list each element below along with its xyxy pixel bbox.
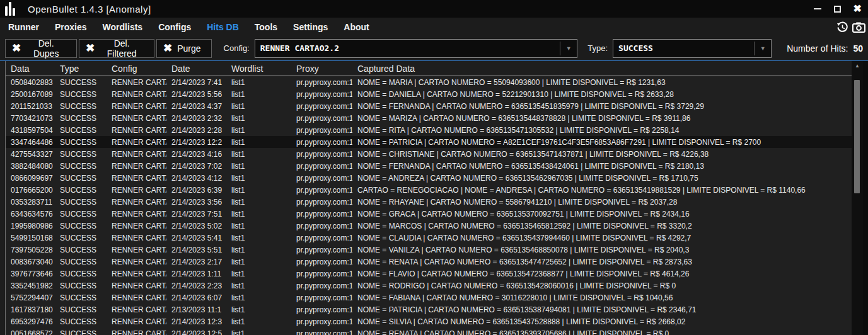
table-row[interactable]: 0508402883SUCCESSRENNER CARTAC2/14/2023 … xyxy=(6,76,852,88)
cell-date: 2/14/2023 5:41 xyxy=(166,234,226,242)
table-row[interactable]: 2011521033SUCCESSRENNER CARTAC2/14/2023 … xyxy=(6,100,852,112)
cell-captured: NOME = MARIZA | CARTAO NUMERO = 63651354… xyxy=(352,114,852,123)
cell-data: 5499150168 xyxy=(6,234,55,242)
menu-item-tools[interactable]: Tools xyxy=(255,22,277,32)
table-row[interactable]: 4275543327SUCCESSRENNER CARTAC2/14/2023 … xyxy=(6,148,852,160)
table-row[interactable]: 5752294407SUCCESSRENNER CARTAC2/14/2023 … xyxy=(6,292,852,304)
column-header-data[interactable]: Data xyxy=(6,64,55,74)
table-row[interactable]: 0866099697SUCCESSRENNER CARTAC2/14/2023 … xyxy=(6,172,852,184)
cell-data: 7703421073 xyxy=(6,114,55,123)
cell-captured: NOME = PATRICIA | CARTAO NUMERO = 636513… xyxy=(352,305,852,314)
history-icon[interactable] xyxy=(836,21,848,33)
menu-item-settings[interactable]: Settings xyxy=(293,22,328,32)
cell-wordlist: list1 xyxy=(226,126,291,135)
cell-data: 7397505228 xyxy=(6,246,55,254)
cell-config: RENNER CARTAC xyxy=(107,293,166,302)
vertical-scrollbar[interactable]: ▲ xyxy=(852,61,863,335)
cell-proxy: pr.pyproxy.com:1 xyxy=(291,293,352,302)
table-row[interactable]: 3352451982SUCCESSRENNER CARTAC2/14/2023 … xyxy=(6,280,852,292)
column-header-date[interactable]: Date xyxy=(166,64,226,74)
table-row[interactable]: 3976773646SUCCESSRENNER CARTAC2/14/2023 … xyxy=(6,268,852,280)
cell-data: 2011521033 xyxy=(6,102,55,111)
table-row[interactable]: 0176665200SUCCESSRENNER CARTAC2/14/2023 … xyxy=(6,184,852,196)
close-icon[interactable]: ✖ xyxy=(854,4,862,14)
cell-type: SUCCESS xyxy=(55,222,107,230)
cell-config: RENNER CARTAC xyxy=(107,281,166,290)
cell-config: RENNER CARTAC xyxy=(107,234,166,242)
table-row[interactable]: 0353283711SUCCESSRENNER CARTAC2/14/2023 … xyxy=(6,196,852,208)
cell-captured: NOME = RENATA | CARTAO NUMERO = 63651354… xyxy=(352,258,852,266)
cell-config: RENNER CARTAC xyxy=(107,78,166,87)
table-row[interactable]: 7703421073SUCCESSRENNER CARTAC2/14/2023 … xyxy=(6,112,852,124)
menu-item-configs[interactable]: Configs xyxy=(158,22,191,32)
cell-config: RENNER CARTAC xyxy=(107,210,166,219)
number-of-hits: Number of Hits:50 xyxy=(787,43,863,54)
table-row[interactable]: 4318597504SUCCESSRENNER CARTAC2/14/2023 … xyxy=(6,124,852,136)
menu-item-wordlists[interactable]: Wordlists xyxy=(103,22,143,32)
cell-date: 2/14/2023 12:3 xyxy=(166,317,226,326)
type-dropdown[interactable]: SUCCESS ▼ xyxy=(613,39,772,58)
minimize-icon[interactable] xyxy=(814,8,821,9)
cell-data: 4275543327 xyxy=(6,150,55,159)
cell-wordlist: list1 xyxy=(226,138,291,147)
table-row[interactable]: 2500167089SUCCESSRENNER CARTAC2/14/2023 … xyxy=(6,88,852,100)
cell-proxy: pr.pyproxy.com:1 xyxy=(291,78,352,87)
menu-item-about[interactable]: About xyxy=(344,22,369,32)
cell-captured: NOME = FERNANDA | CARTAO NUMERO = 636513… xyxy=(352,102,852,111)
cell-proxy: pr.pyproxy.com:1 xyxy=(291,138,352,147)
cell-wordlist: list1 xyxy=(226,246,291,254)
menu-item-hits-db[interactable]: Hits DB xyxy=(207,22,239,32)
table-row[interactable]: 6343634576SUCCESSRENNER CARTAC2/14/2023 … xyxy=(6,208,852,220)
screenshot-icon[interactable] xyxy=(852,21,865,33)
x-icon: ✖ xyxy=(86,43,95,54)
cell-data: 4318597504 xyxy=(6,126,55,135)
cell-date: 2/14/2023 5:51 xyxy=(166,246,226,254)
cell-captured: NOME = SILVIA | CARTAO NUMERO = 63651354… xyxy=(352,317,852,326)
cell-config: RENNER CARTAC xyxy=(107,138,166,147)
table-row[interactable]: 1995980986SUCCESSRENNER CARTAC2/14/2023 … xyxy=(6,220,852,232)
table-row[interactable]: 3347464486SUCCESSRENNER CARTAC2/14/2023 … xyxy=(6,136,852,148)
cell-type: SUCCESS xyxy=(55,126,107,135)
cell-wordlist: list1 xyxy=(226,174,291,183)
table-row[interactable]: 5499150168SUCCESSRENNER CARTAC2/14/2023 … xyxy=(6,232,852,244)
cell-wordlist: list1 xyxy=(226,90,291,99)
cell-date: 2/14/2023 2:17 xyxy=(166,258,226,266)
table-row[interactable]: 0051668572SUCCESSRENNER CARTAC2/14/2023 … xyxy=(6,327,852,335)
column-header-config[interactable]: Config xyxy=(107,64,166,74)
scroll-up-icon[interactable]: ▲ xyxy=(852,63,863,69)
cell-captured: NOME = PATRICIA | CARTAO NUMERO = A82E1C… xyxy=(352,138,852,147)
cell-captured: NOME = RHAYANE | CARTAO NUMERO = 5586794… xyxy=(352,198,852,207)
cell-date: 2/14/2023 2:23 xyxy=(166,281,226,290)
maximize-icon[interactable] xyxy=(834,6,841,13)
column-header-proxy[interactable]: Proxy xyxy=(291,64,352,74)
cell-wordlist: list1 xyxy=(226,114,291,123)
cell-config: RENNER CARTAC xyxy=(107,90,166,99)
chevron-down-icon[interactable]: ▼ xyxy=(755,45,771,52)
config-dropdown[interactable]: RENNER CARTAO2.2 ▼ xyxy=(255,39,578,58)
config-label: Config: xyxy=(224,43,250,53)
column-header-type[interactable]: Type xyxy=(55,64,107,74)
table-row[interactable]: 3882484080SUCCESSRENNER CARTAC2/14/2023 … xyxy=(6,160,852,172)
number-of-hits-label: Number of Hits: xyxy=(787,43,848,54)
menu-item-runner[interactable]: Runner xyxy=(8,22,39,32)
table-row[interactable]: 7397505228SUCCESSRENNER CARTAC2/14/2023 … xyxy=(6,244,852,256)
column-header-wordlist[interactable]: Wordlist xyxy=(226,64,291,74)
column-header-captured[interactable]: Captured Data xyxy=(352,64,852,74)
cell-data: 2500167089 xyxy=(6,90,55,99)
purge-button[interactable]: ✖ Purge xyxy=(156,39,212,58)
cell-proxy: pr.pyproxy.com:1 xyxy=(291,305,352,314)
cell-date: 2/14/2023 4:16 xyxy=(166,150,226,159)
table-row[interactable]: 1617837180SUCCESSRENNER CARTAC2/13/2023 … xyxy=(6,304,852,315)
menu-item-proxies[interactable]: Proxies xyxy=(55,22,87,32)
table-row[interactable]: 6953297476SUCCESSRENNER CARTAC2/14/2023 … xyxy=(6,315,852,327)
delete-dupes-button[interactable]: ✖ Del. Dupes xyxy=(5,39,77,58)
delete-filtered-button[interactable]: ✖ Del. Filtered xyxy=(79,39,154,58)
cell-config: RENNER CARTAC xyxy=(107,305,166,314)
table-row[interactable]: 0083673040SUCCESSRENNER CARTAC2/14/2023 … xyxy=(6,256,852,268)
cell-wordlist: list1 xyxy=(226,281,291,290)
cell-config: RENNER CARTAC xyxy=(107,114,166,123)
chevron-down-icon[interactable]: ▼ xyxy=(560,45,577,52)
window-title: OpenBullet 1.4.3 [Anomaly] xyxy=(28,4,151,14)
cell-date: 2/14/2023 12:2 xyxy=(166,138,226,147)
scrollbar-thumb[interactable] xyxy=(854,80,860,193)
